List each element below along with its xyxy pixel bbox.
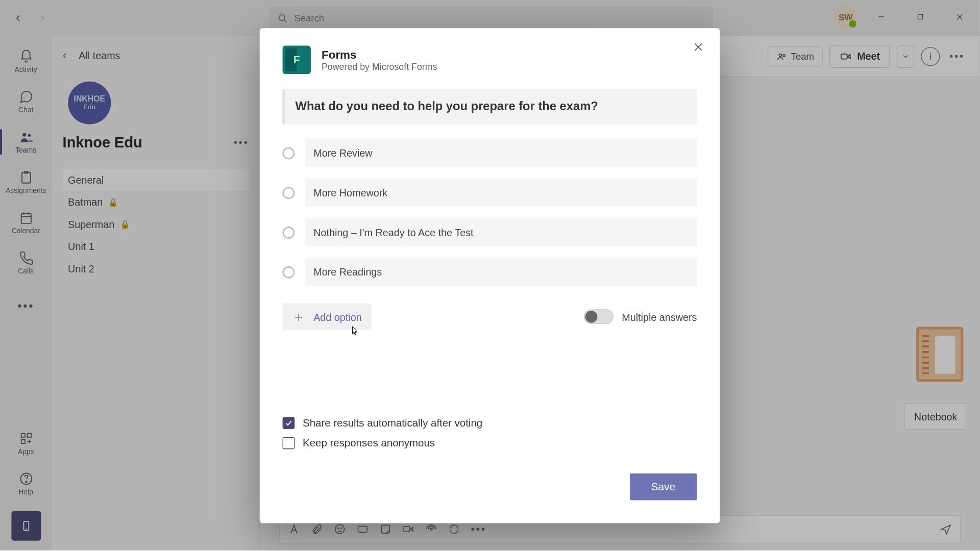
poll-options (283, 139, 697, 286)
close-icon (692, 41, 704, 53)
radio-icon (283, 227, 295, 239)
checkbox-label: Share results automatically after voting (303, 417, 482, 429)
radio-icon (283, 187, 295, 199)
checkbox-checked-icon (283, 417, 295, 429)
save-button[interactable]: Save (629, 473, 697, 500)
share-results-checkbox[interactable]: Share results automatically after voting (283, 417, 483, 429)
poll-question-input[interactable]: What do you need to help you prepare for… (283, 89, 697, 124)
poll-option-input[interactable] (305, 218, 697, 246)
poll-option-row (283, 179, 697, 207)
plus-icon: ＋ (292, 310, 305, 323)
forms-app-icon: F (283, 46, 311, 74)
forms-modal: F Forms Powered by Microsoft Forms What … (260, 28, 720, 523)
poll-option-input[interactable] (305, 179, 697, 207)
poll-option-row (283, 218, 697, 246)
modal-title: Forms (322, 48, 437, 61)
add-option-button[interactable]: ＋ Add option (283, 303, 372, 330)
poll-option-input[interactable] (305, 258, 697, 286)
radio-icon (283, 147, 295, 159)
add-option-label: Add option (313, 311, 362, 322)
modal-subtitle: Powered by Microsoft Forms (322, 62, 437, 72)
checkbox-unchecked-icon (283, 437, 295, 449)
poll-option-row (283, 139, 697, 167)
radio-icon (283, 266, 295, 278)
multiple-answers-toggle[interactable] (584, 309, 614, 324)
poll-option-row (283, 258, 697, 286)
checkbox-label: Keep responses anonymous (303, 437, 435, 449)
multiple-answers-label: Multiple answers (622, 311, 697, 322)
anonymous-checkbox[interactable]: Keep responses anonymous (283, 437, 483, 449)
modal-close-button[interactable] (689, 38, 708, 57)
poll-option-input[interactable] (305, 139, 697, 167)
